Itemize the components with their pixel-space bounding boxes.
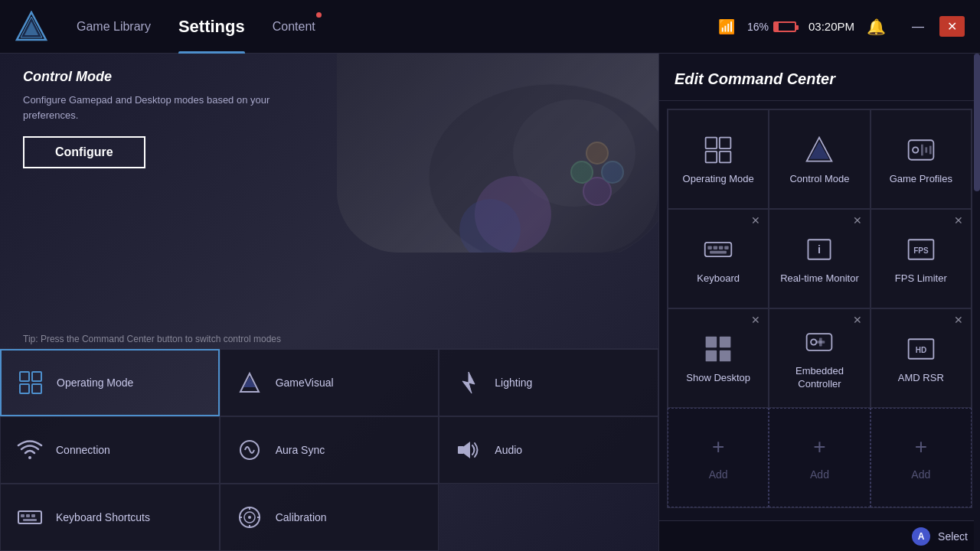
battery-bar bbox=[773, 21, 796, 32]
cmd-amd-rsr-label: AMD RSR bbox=[898, 372, 944, 385]
svg-point-34 bbox=[913, 147, 918, 152]
audio-icon bbox=[455, 436, 482, 464]
fps-limiter-remove-btn[interactable]: ✕ bbox=[951, 213, 966, 228]
svg-point-6 bbox=[602, 161, 623, 183]
cmd-amd-rsr-icon: HD bbox=[904, 332, 938, 366]
command-grid: Operating Mode Control Mode bbox=[667, 109, 972, 508]
lighting-label: Lighting bbox=[495, 376, 532, 390]
embedded-controller-remove-btn[interactable]: ✕ bbox=[850, 312, 865, 328]
command-item-embedded-controller[interactable]: ✕ Embedded Controller bbox=[769, 308, 870, 408]
svg-rect-12 bbox=[20, 384, 29, 393]
calibration-icon bbox=[236, 504, 263, 531]
controller-image bbox=[337, 54, 658, 253]
close-button[interactable]: ✕ bbox=[939, 16, 965, 37]
command-add-3[interactable]: + Add bbox=[871, 408, 972, 507]
svg-rect-50 bbox=[706, 350, 717, 361]
keyboard-remove-btn[interactable]: ✕ bbox=[748, 213, 763, 228]
topbar-right: 📶 16% 03:20PM 🔔 — ✕ bbox=[718, 16, 965, 37]
nav-content[interactable]: Content bbox=[259, 0, 329, 54]
command-item-realtime-monitor[interactable]: ✕ i Real-time Monitor bbox=[769, 209, 870, 308]
command-item-show-desktop[interactable]: ✕ Show Desktop bbox=[668, 308, 769, 408]
operating-mode-label: Operating Mode bbox=[57, 376, 133, 390]
add-label-2: Add bbox=[810, 468, 829, 481]
topbar: Game Library Settings Content 📶 16% 03:2… bbox=[0, 0, 980, 54]
svg-point-8 bbox=[586, 142, 608, 164]
cmd-fps-limiter-icon: FPS bbox=[904, 233, 938, 266]
svg-rect-29 bbox=[706, 137, 717, 148]
select-label: Select bbox=[938, 530, 968, 543]
add-label-1: Add bbox=[709, 468, 728, 481]
control-mode-description: Configure Gamepad and Desktop modes base… bbox=[23, 93, 314, 122]
command-item-game-profiles[interactable]: Game Profiles bbox=[871, 109, 972, 209]
keyboard-shortcuts-icon bbox=[16, 504, 44, 531]
cmd-show-desktop-label: Show Desktop bbox=[686, 372, 750, 385]
command-item-keyboard[interactable]: ✕ Keyboard bbox=[668, 209, 769, 308]
amd-rsr-remove-btn[interactable]: ✕ bbox=[951, 312, 966, 328]
cmd-embedded-controller-label: Embedded Controller bbox=[777, 365, 861, 391]
scrollbar-thumb[interactable] bbox=[974, 54, 980, 191]
svg-rect-51 bbox=[720, 350, 731, 361]
menu-item-calibration[interactable]: Calibration bbox=[220, 484, 439, 551]
svg-rect-31 bbox=[720, 137, 731, 148]
menu-item-lighting[interactable]: Lighting bbox=[439, 349, 658, 416]
svg-text:FPS: FPS bbox=[913, 246, 929, 255]
menu-item-aura-sync[interactable]: Aura Sync bbox=[220, 416, 439, 484]
svg-point-53 bbox=[812, 339, 817, 344]
cmd-operating-mode-icon bbox=[701, 133, 735, 167]
calibration-label: Calibration bbox=[276, 510, 327, 524]
menu-item-keyboard-shortcuts[interactable]: Keyboard Shortcuts bbox=[0, 484, 220, 551]
show-desktop-remove-btn[interactable]: ✕ bbox=[748, 312, 763, 328]
menu-item-audio[interactable]: Audio bbox=[439, 416, 658, 484]
cmd-realtime-monitor-label: Real-time Monitor bbox=[780, 272, 859, 285]
minimize-button[interactable]: — bbox=[906, 17, 930, 37]
svg-rect-48 bbox=[706, 336, 717, 347]
svg-rect-42 bbox=[724, 246, 728, 249]
content-notification-dot bbox=[316, 12, 322, 18]
svg-rect-16 bbox=[458, 446, 464, 454]
left-panel: Control Mode Configure Gamepad and Deskt… bbox=[0, 54, 658, 551]
notification-bell-icon[interactable]: 🔔 bbox=[867, 18, 886, 36]
svg-point-7 bbox=[571, 161, 593, 183]
menu-item-game-visual[interactable]: GameVisual bbox=[220, 349, 439, 416]
aura-sync-icon bbox=[236, 436, 263, 464]
menu-item-operating-mode[interactable]: Operating Mode bbox=[0, 349, 220, 416]
command-add-1[interactable]: + Add bbox=[668, 408, 769, 507]
svg-rect-43 bbox=[710, 250, 727, 253]
realtime-monitor-remove-btn[interactable]: ✕ bbox=[850, 213, 865, 228]
add-plus-icon-1: + bbox=[712, 435, 724, 459]
command-item-operating-mode[interactable]: Operating Mode bbox=[668, 109, 769, 209]
add-plus-icon-3: + bbox=[915, 435, 927, 459]
cmd-realtime-monitor-icon: i bbox=[802, 233, 836, 266]
command-item-control-mode[interactable]: Control Mode bbox=[769, 109, 870, 209]
lighting-icon bbox=[455, 369, 482, 396]
control-mode-section: Control Mode Configure Gamepad and Deskt… bbox=[23, 69, 314, 168]
command-item-fps-limiter[interactable]: ✕ FPS FPS Limiter bbox=[871, 209, 972, 308]
aura-sync-label: Aura Sync bbox=[276, 443, 325, 457]
svg-text:i: i bbox=[818, 243, 821, 256]
svg-text:HD: HD bbox=[916, 346, 926, 354]
bottom-bar: A Select bbox=[659, 520, 980, 551]
svg-point-24 bbox=[248, 516, 251, 519]
command-add-2[interactable]: + Add bbox=[769, 408, 870, 507]
svg-rect-20 bbox=[31, 514, 35, 517]
connection-icon bbox=[16, 436, 44, 464]
nav-game-library[interactable]: Game Library bbox=[63, 0, 165, 54]
control-mode-title: Control Mode bbox=[23, 69, 314, 85]
audio-label: Audio bbox=[495, 443, 522, 457]
command-item-amd-rsr[interactable]: ✕ HD AMD RSR bbox=[871, 308, 972, 408]
svg-rect-19 bbox=[26, 514, 30, 517]
menu-item-connection[interactable]: Connection bbox=[0, 416, 220, 484]
svg-rect-41 bbox=[719, 246, 723, 249]
cmd-game-profiles-icon bbox=[904, 133, 938, 167]
command-grid-scroll[interactable]: Operating Mode Control Mode bbox=[659, 101, 980, 520]
select-icon: A bbox=[912, 527, 930, 546]
svg-rect-14 bbox=[32, 384, 41, 393]
operating-mode-icon bbox=[17, 369, 44, 396]
svg-rect-11 bbox=[20, 372, 29, 381]
cmd-embedded-controller-icon bbox=[802, 325, 836, 359]
right-panel: Edit Command Center Operating Mode bbox=[658, 54, 980, 551]
right-panel-title: Edit Command Center bbox=[659, 54, 980, 101]
nav-settings[interactable]: Settings bbox=[165, 0, 259, 54]
configure-button[interactable]: Configure bbox=[23, 136, 145, 168]
cmd-fps-limiter-label: FPS Limiter bbox=[895, 272, 947, 285]
